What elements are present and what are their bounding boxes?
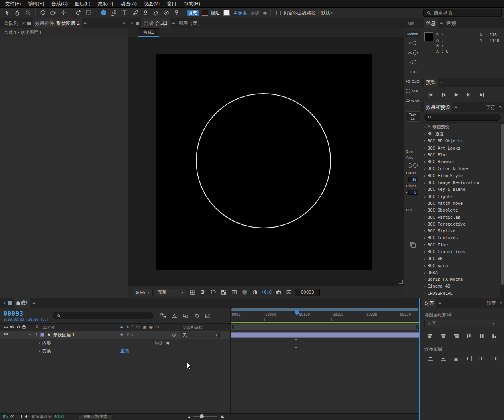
transparency-grid-icon[interactable] [220, 288, 228, 296]
tab-composition[interactable]: 合成 合成1 [141, 18, 170, 28]
preview-frame-number[interactable]: 00093 [295, 289, 320, 296]
parent-select[interactable]: 无 ▾ [180, 332, 220, 338]
channels-icon[interactable] [241, 288, 249, 296]
selection-tool[interactable] [2, 8, 12, 17]
close-icon[interactable]: × [131, 21, 134, 26]
expand-icon[interactable]: › [38, 340, 40, 345]
graph-editor-icon[interactable] [204, 312, 212, 319]
more-panels-icon[interactable]: » [499, 104, 502, 110]
panel-menu-icon[interactable]: ≡ [438, 300, 441, 306]
chevron-right-icon[interactable]: › [424, 228, 426, 233]
transform-reset-link[interactable]: 重置 [120, 348, 129, 354]
tab-effects-presets[interactable]: 效果和预设 [424, 102, 452, 112]
stroke-color-swatch[interactable] [223, 10, 230, 16]
rotation-tool[interactable] [38, 8, 48, 17]
chevron-right-icon[interactable]: › [424, 249, 426, 254]
presets-list-item[interactable]: › BCC Match Move [421, 200, 504, 206]
show-snapshot-icon[interactable] [285, 288, 293, 296]
chevron-right-icon[interactable]: › [424, 166, 426, 171]
audio-icon[interactable] [24, 414, 29, 419]
presets-list-item[interactable]: › Cinema 4D [421, 283, 504, 290]
add-shape-icon[interactable]: ◉ [263, 10, 267, 16]
eraser-tool[interactable] [151, 8, 161, 17]
close-icon[interactable]: × [22, 21, 25, 26]
timeline-search-input[interactable] [53, 312, 153, 319]
layer-label-color-chip[interactable] [40, 333, 44, 337]
current-time-display[interactable]: 00093 [4, 310, 49, 317]
panel-menu-icon[interactable]: ≡ [440, 80, 443, 86]
distribute-horizontal-center-button[interactable] [476, 354, 487, 363]
presets-list-item[interactable]: › * 动画预设 [421, 124, 504, 130]
presets-list-item[interactable]: › BCC VR [421, 255, 504, 262]
last-frame-button[interactable] [477, 91, 486, 99]
clone-stamp-tool[interactable] [141, 8, 150, 17]
chevron-right-icon[interactable]: › [424, 146, 426, 150]
presets-list-item[interactable]: › BCC 3D Objects [421, 138, 504, 144]
search-help-box[interactable]: 搜索帮助 [423, 9, 502, 17]
menu-item[interactable]: 图层(L) [71, 0, 94, 8]
add-label[interactable]: 添加: [250, 10, 261, 16]
chevron-right-icon[interactable]: › [424, 132, 426, 136]
source-name-column[interactable]: 源名称 [43, 325, 55, 330]
menu-item[interactable]: 文件(F) [2, 0, 24, 8]
chevron-right-icon[interactable]: › [424, 222, 426, 226]
mask-tool[interactable] [74, 8, 83, 17]
magnification-select[interactable]: 50%▾ [133, 289, 153, 296]
presets-list-item[interactable]: › BCC Transitions [421, 248, 504, 255]
zoom-slider-track[interactable] [193, 416, 217, 417]
tab-audio[interactable]: 音频 [445, 20, 458, 27]
panel-menu-icon[interactable]: ≡ [440, 20, 443, 26]
frame-blending-icon[interactable] [182, 312, 190, 319]
brush-tool[interactable] [130, 8, 140, 17]
first-frame-button[interactable] [426, 91, 435, 99]
more-panels-icon[interactable]: » [500, 300, 502, 306]
fill-label[interactable]: 填充: [187, 10, 199, 16]
chevron-right-icon[interactable]: › [424, 173, 426, 178]
zoom-tool[interactable] [23, 8, 33, 17]
ellipse-shape-outline[interactable] [196, 93, 331, 228]
chevron-right-icon[interactable]: › [424, 180, 426, 185]
motion-blur-icon[interactable] [193, 312, 201, 319]
pan-behind-tool[interactable] [59, 8, 68, 17]
layer-name[interactable]: 形状图层 1 [53, 332, 74, 338]
layer-contents-row[interactable]: ›内容 添加: ◉ [0, 339, 230, 347]
panel-resize-grip[interactable] [399, 280, 403, 284]
zoom-slider-knob[interactable] [200, 414, 204, 418]
layer-row-shape-layer-1[interactable]: ⌄ 1 ★ 形状图层 1 ♣ ☀ / @ 无 ▾ [0, 331, 230, 339]
zoom-in-mountain-icon[interactable] [220, 414, 225, 419]
time-ruler[interactable]: 00000005000100001500020000250 [231, 311, 419, 322]
more-tools-icon[interactable]: » [331, 10, 334, 16]
clone-button[interactable]: CLO [406, 77, 420, 85]
render-progress-icon[interactable] [3, 414, 8, 419]
scrollbar-thumb[interactable] [501, 124, 504, 285]
more-panels-icon[interactable]: » [122, 20, 125, 26]
work-area-start-handle[interactable] [231, 324, 234, 330]
motion-anchor-left[interactable]: < [409, 39, 417, 47]
tab-paragraph[interactable]: 段落 [485, 300, 498, 307]
chevron-right-icon[interactable]: › [424, 152, 426, 157]
tab-render-queue[interactable]: 染队列 [2, 20, 20, 27]
work-area-end-handle[interactable] [416, 324, 418, 330]
snapshot-camera-icon[interactable] [274, 288, 282, 296]
presets-list-item[interactable]: › CROSSPHERE [421, 290, 504, 296]
resolution-select[interactable]: 完整▾ [155, 289, 186, 296]
tab-character[interactable]: 字符 [484, 104, 497, 111]
previous-frame-button[interactable] [439, 91, 448, 99]
next-frame-button[interactable] [464, 91, 473, 99]
launch-panel-icon[interactable] [410, 242, 416, 248]
presets-list-item[interactable]: › BGRA [421, 269, 504, 276]
region-of-interest-tool[interactable] [84, 8, 94, 17]
roto-brush-tool[interactable] [161, 8, 171, 17]
chevron-right-icon[interactable]: › [424, 242, 426, 247]
distribute-bottom-button[interactable] [450, 354, 462, 363]
layer-switches[interactable]: ♣ ☀ / [120, 332, 134, 336]
chevron-right-icon[interactable]: › [424, 263, 426, 268]
presets-list-item[interactable]: › BCC Perspective [421, 220, 504, 227]
chevron-right-icon[interactable]: › [424, 277, 426, 282]
add-property-control[interactable]: 添加: ◉ [155, 340, 170, 346]
tab-layer-viewer[interactable]: 图层（无） [177, 20, 204, 27]
presets-list-item[interactable]: › BCC Particles [421, 214, 504, 220]
presets-list-item[interactable]: › BCC Stylize [421, 227, 504, 234]
layer-duration-bar[interactable] [231, 332, 419, 338]
bezier-path-checkbox[interactable] [276, 11, 281, 15]
